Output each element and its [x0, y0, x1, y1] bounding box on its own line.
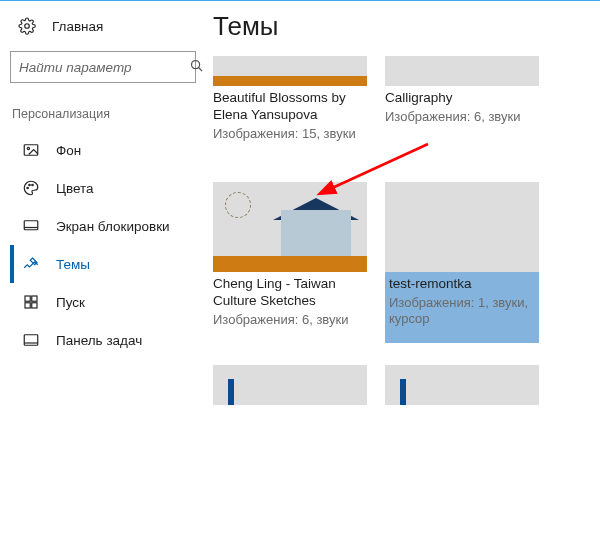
taskbar-icon — [22, 331, 40, 349]
theme-card[interactable] — [213, 365, 367, 405]
theme-thumbnail — [213, 182, 367, 272]
themes-grid: Beautiful Blossoms by Elena Yansupova Из… — [213, 56, 573, 405]
theme-thumbnail — [385, 182, 539, 272]
gear-icon — [18, 17, 36, 35]
svg-rect-3 — [24, 145, 38, 156]
theme-name: Beautiful Blossoms by Elena Yansupova — [213, 90, 367, 124]
theme-card[interactable]: Beautiful Blossoms by Elena Yansupova Из… — [213, 56, 367, 142]
start-icon — [22, 293, 40, 311]
theme-meta: Изображения: 1, звуки, курсор — [385, 295, 539, 328]
main-content: Темы Beautiful Blossoms by Elena Yansupo… — [208, 1, 600, 553]
svg-rect-8 — [24, 221, 38, 230]
page-title: Темы — [213, 11, 600, 42]
svg-line-2 — [199, 67, 203, 71]
theme-thumbnail — [213, 365, 367, 405]
sidebar-item-colors[interactable]: Цвета — [10, 169, 208, 207]
svg-point-4 — [27, 147, 29, 149]
sidebar-item-label: Панель задач — [56, 333, 142, 348]
sidebar-item-label: Пуск — [56, 295, 85, 310]
theme-card[interactable]: Calligraphy Изображения: 6, звуки — [385, 56, 539, 142]
svg-rect-13 — [32, 303, 37, 308]
home-label: Главная — [52, 19, 103, 34]
sidebar: Главная Персонализация Фон Цвета Э — [0, 1, 208, 553]
sidebar-item-start[interactable]: Пуск — [10, 283, 208, 321]
theme-meta: Изображения: 15, звуки — [213, 126, 367, 142]
theme-name: test-remontka — [385, 276, 539, 293]
section-caption: Персонализация — [10, 103, 208, 131]
sidebar-item-background[interactable]: Фон — [10, 131, 208, 169]
svg-rect-14 — [24, 335, 38, 346]
sidebar-item-taskbar[interactable]: Панель задач — [10, 321, 208, 359]
search-input[interactable] — [19, 60, 189, 75]
search-box[interactable] — [10, 51, 196, 83]
svg-rect-11 — [32, 296, 37, 301]
palette-icon — [22, 179, 40, 197]
sidebar-item-lockscreen[interactable]: Экран блокировки — [10, 207, 208, 245]
svg-point-6 — [29, 184, 31, 186]
theme-meta: Изображения: 6, звуки — [213, 312, 367, 328]
svg-point-7 — [32, 184, 34, 186]
theme-meta: Изображения: 6, звуки — [385, 109, 539, 125]
svg-point-5 — [27, 187, 29, 189]
theme-thumbnail — [385, 365, 539, 405]
svg-point-1 — [192, 60, 200, 68]
sidebar-item-label: Темы — [56, 257, 90, 272]
svg-rect-10 — [25, 296, 30, 301]
home-link[interactable]: Главная — [10, 11, 208, 41]
theme-thumbnail — [213, 56, 367, 86]
svg-point-0 — [25, 24, 30, 29]
theme-name: Calligraphy — [385, 90, 539, 107]
svg-rect-12 — [25, 303, 30, 308]
theme-card[interactable] — [385, 365, 539, 405]
picture-icon — [22, 141, 40, 159]
sidebar-item-label: Фон — [56, 143, 81, 158]
theme-card[interactable]: Cheng Ling - Taiwan Culture Sketches Изо… — [213, 182, 367, 343]
sidebar-item-label: Цвета — [56, 181, 94, 196]
theme-card-selected[interactable]: test-remontka Изображения: 1, звуки, кур… — [385, 182, 539, 343]
theme-thumbnail — [385, 56, 539, 86]
lockscreen-icon — [22, 217, 40, 235]
theme-name: Cheng Ling - Taiwan Culture Sketches — [213, 276, 367, 310]
search-icon — [189, 58, 204, 77]
themes-icon — [22, 255, 40, 273]
sidebar-item-themes[interactable]: Темы — [10, 245, 208, 283]
sidebar-item-label: Экран блокировки — [56, 219, 170, 234]
